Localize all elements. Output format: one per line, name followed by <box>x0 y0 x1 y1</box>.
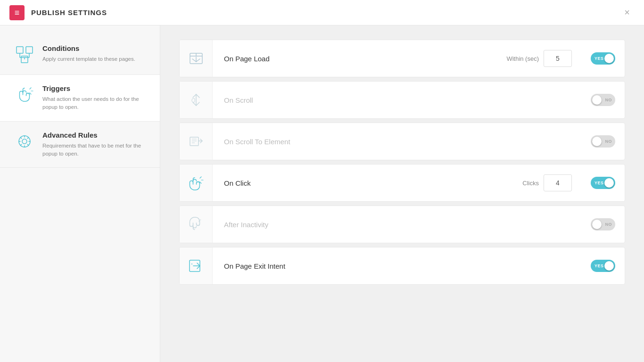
triggers-text: Triggers What action the user needs to d… <box>42 84 146 112</box>
conditions-text: Conditions Apply current template to the… <box>42 44 135 63</box>
sidebar-item-conditions[interactable]: Conditions Apply current template to the… <box>0 35 160 75</box>
sidebar: Conditions Apply current template to the… <box>0 25 160 362</box>
triggers-icon <box>14 84 35 105</box>
on-page-load-toggle[interactable]: YES <box>591 52 615 65</box>
after-inactivity-label: After Inactivity <box>213 221 572 229</box>
on-click-meta: Clicks <box>522 174 581 191</box>
on-page-load-input[interactable] <box>544 50 572 67</box>
conditions-label: Conditions <box>42 44 135 52</box>
advanced-rules-icon <box>14 131 35 152</box>
svg-line-22 <box>200 182 201 183</box>
trigger-row-on-scroll: On Scroll NO <box>179 81 625 119</box>
trigger-row-after-inactivity: z z After Inactivity NO <box>179 206 625 243</box>
on-click-toggle-cell: YES <box>581 177 625 189</box>
page-title: PUBLISH SETTINGS <box>31 8 107 16</box>
svg-rect-0 <box>17 47 23 53</box>
on-page-load-toggle-label: YES <box>594 56 604 61</box>
on-scroll-toggle-knob <box>592 95 602 105</box>
logo-symbol: ≡ <box>15 8 20 17</box>
sidebar-item-advanced-rules[interactable]: Advanced Rules Requirements that have to… <box>0 122 160 168</box>
on-scroll-to-element-toggle[interactable]: NO <box>591 135 615 148</box>
on-click-input[interactable] <box>544 174 572 191</box>
on-scroll-icon <box>180 82 213 118</box>
on-page-exit-intent-toggle-knob <box>604 261 614 271</box>
triggers-label: Triggers <box>42 84 146 92</box>
on-scroll-to-element-toggle-label: NO <box>605 139 612 144</box>
on-scroll-to-element-label: On Scroll To Element <box>213 138 572 146</box>
triggers-description: What action the user needs to do for the… <box>42 95 146 112</box>
on-page-load-label: On Page Load <box>213 55 506 63</box>
on-page-exit-intent-toggle[interactable]: YES <box>591 260 615 272</box>
on-click-icon <box>180 165 213 201</box>
header-left: ≡ PUBLISH SETTINGS <box>9 5 107 20</box>
on-page-exit-intent-icon <box>180 247 213 284</box>
advanced-rules-label: Advanced Rules <box>42 131 146 139</box>
on-click-toggle[interactable]: YES <box>591 177 615 189</box>
conditions-description: Apply current template to these pages. <box>42 55 135 63</box>
on-scroll-to-element-toggle-knob <box>592 137 602 146</box>
after-inactivity-toggle-label: NO <box>605 222 612 227</box>
after-inactivity-toggle-cell: NO <box>581 218 625 230</box>
advanced-rules-description: Requirements that have to be met for the… <box>42 142 146 158</box>
header: ≡ PUBLISH SETTINGS × <box>0 0 644 25</box>
close-button[interactable]: × <box>619 5 635 20</box>
main-layout: Conditions Apply current template to the… <box>0 25 644 362</box>
on-page-exit-intent-label: On Page Exit Intent <box>213 262 572 270</box>
on-scroll-toggle[interactable]: NO <box>591 94 615 106</box>
after-inactivity-icon: z z <box>180 206 213 243</box>
svg-text:z: z <box>200 218 201 221</box>
svg-line-20 <box>200 177 201 178</box>
on-click-toggle-label: YES <box>594 181 604 185</box>
on-scroll-toggle-label: NO <box>605 98 612 102</box>
on-page-load-meta-label: Within (sec) <box>506 55 539 62</box>
on-scroll-to-element-toggle-cell: NO <box>581 135 625 148</box>
on-page-exit-intent-toggle-cell: YES <box>581 260 625 272</box>
on-scroll-toggle-cell: NO <box>581 94 625 106</box>
conditions-icon <box>14 44 35 65</box>
on-scroll-label: On Scroll <box>213 96 572 104</box>
after-inactivity-toggle-knob <box>592 220 602 229</box>
on-page-load-meta: Within (sec) <box>506 50 581 67</box>
trigger-row-on-page-load: On Page Load Within (sec) YES <box>179 40 625 77</box>
svg-rect-16 <box>190 137 198 146</box>
sidebar-item-triggers[interactable]: Triggers What action the user needs to d… <box>0 75 160 122</box>
trigger-row-on-scroll-to-element: On Scroll To Element NO <box>179 123 625 160</box>
close-icon: × <box>624 7 630 18</box>
on-click-meta-label: Clicks <box>522 180 539 187</box>
svg-point-11 <box>22 139 27 144</box>
svg-rect-1 <box>26 47 33 53</box>
trigger-row-on-page-exit-intent: On Page Exit Intent YES <box>179 247 625 285</box>
on-page-load-icon <box>180 40 213 77</box>
on-click-label: On Click <box>213 179 522 187</box>
svg-line-9 <box>30 93 31 94</box>
trigger-row-on-click: On Click Clicks YES <box>179 164 625 202</box>
advanced-rules-text: Advanced Rules Requirements that have to… <box>42 131 146 158</box>
on-click-toggle-knob <box>604 178 614 188</box>
on-page-load-toggle-knob <box>604 54 614 63</box>
on-scroll-to-element-icon <box>180 123 213 160</box>
svg-line-7 <box>30 88 31 89</box>
on-page-load-toggle-cell: YES <box>581 52 625 65</box>
elementor-logo: ≡ <box>9 5 25 20</box>
after-inactivity-toggle[interactable]: NO <box>591 218 615 230</box>
main-panel: On Page Load Within (sec) YES <box>160 25 644 362</box>
on-page-exit-intent-toggle-label: YES <box>594 263 604 268</box>
